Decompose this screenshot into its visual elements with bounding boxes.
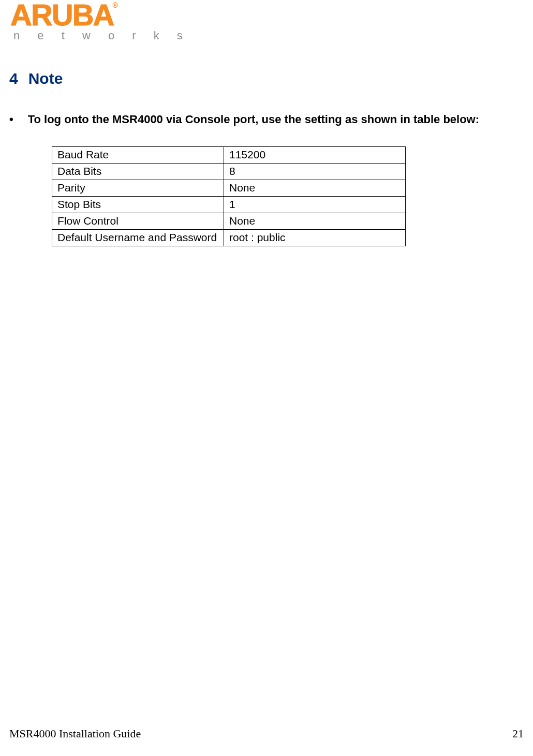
footer: MSR4000 Installation Guide 21 bbox=[9, 727, 524, 740]
cell-label: Parity bbox=[52, 180, 224, 197]
table-row: Default Username and Password root : pub… bbox=[52, 230, 406, 246]
table-row: Data Bits 8 bbox=[52, 164, 406, 180]
heading-number: 4 bbox=[9, 70, 18, 87]
bullet-icon: • bbox=[9, 113, 13, 126]
bullet-item: • To log onto the MSR4000 via Console po… bbox=[9, 113, 479, 126]
cell-value: root : public bbox=[224, 230, 406, 246]
cell-value: 1 bbox=[224, 197, 406, 213]
section-heading: 4 Note bbox=[9, 70, 63, 87]
cell-value: 8 bbox=[224, 164, 406, 180]
cell-label: Stop Bits bbox=[52, 197, 224, 213]
cell-label: Baud Rate bbox=[52, 147, 224, 164]
cell-value: 115200 bbox=[224, 147, 406, 164]
table-row: Baud Rate 115200 bbox=[52, 147, 406, 164]
registered-icon: ® bbox=[112, 1, 117, 9]
cell-value: None bbox=[224, 180, 406, 197]
logo: ARUBA® n e t w o r k s bbox=[10, 0, 190, 42]
footer-page-number: 21 bbox=[512, 727, 524, 740]
table-row: Stop Bits 1 bbox=[52, 197, 406, 213]
settings-table: Baud Rate 115200 Data Bits 8 Parity None… bbox=[52, 146, 406, 246]
heading-text: Note bbox=[28, 70, 63, 87]
cell-label: Flow Control bbox=[52, 213, 224, 230]
cell-label: Data Bits bbox=[52, 164, 224, 180]
table-row: Flow Control None bbox=[52, 213, 406, 230]
table-row: Parity None bbox=[52, 180, 406, 197]
cell-value: None bbox=[224, 213, 406, 230]
footer-title: MSR4000 Installation Guide bbox=[9, 727, 141, 740]
cell-label: Default Username and Password bbox=[52, 230, 224, 246]
logo-main-text: ARUBA bbox=[10, 0, 113, 32]
bullet-text: To log onto the MSR4000 via Console port… bbox=[28, 113, 479, 126]
